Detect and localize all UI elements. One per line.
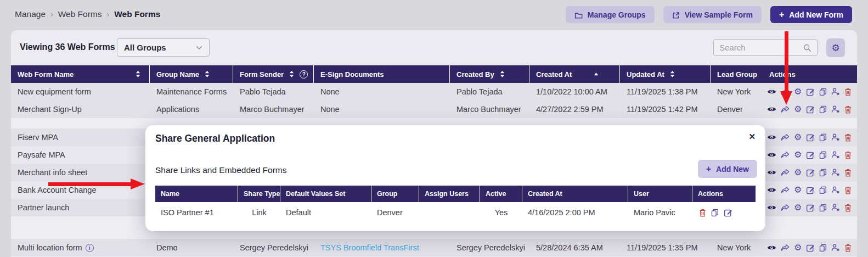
sort-icon[interactable] — [136, 71, 140, 77]
column-label: E-Sign Documents — [320, 70, 384, 79]
copy-icon[interactable] — [711, 209, 719, 217]
edit-icon[interactable] — [806, 204, 815, 212]
view-icon[interactable] — [767, 152, 776, 158]
delete-icon[interactable] — [844, 133, 852, 142]
view-icon[interactable] — [767, 187, 776, 193]
table-row[interactable]: Multi location form i Demo Sergey Perede… — [11, 239, 857, 256]
cell-active: Yes — [480, 208, 522, 217]
settings-gear-icon[interactable]: ⚙ — [794, 133, 802, 142]
delete-icon[interactable] — [844, 169, 852, 177]
view-icon[interactable] — [767, 134, 776, 141]
share-icon[interactable] — [781, 186, 790, 194]
sort-icon[interactable] — [289, 71, 294, 77]
search-input[interactable] — [719, 43, 803, 52]
edit-icon[interactable] — [806, 105, 815, 114]
user-settings-icon[interactable] — [831, 105, 840, 113]
row-actions: ⚙ — [763, 87, 857, 96]
copy-icon[interactable] — [819, 151, 827, 159]
breadcrumb-separator-icon: › — [50, 10, 53, 19]
manage-groups-button[interactable]: Manage Groups — [566, 6, 655, 23]
copy-icon[interactable] — [819, 105, 827, 114]
view-icon[interactable] — [767, 204, 776, 211]
column-header-updated-at[interactable]: Updated At — [620, 65, 711, 83]
share-icon[interactable] — [781, 169, 790, 176]
column-header-created-at[interactable]: Created At — [529, 65, 620, 83]
user-settings-icon[interactable] — [831, 133, 840, 141]
column-header-form-sender[interactable]: Form Sender ? — [233, 65, 314, 83]
table-row[interactable]: Merchant Sign-Up Applications Marco Buch… — [11, 100, 857, 118]
add-new-label: Add New — [716, 165, 749, 174]
add-new-form-button[interactable]: + Add New Form — [770, 6, 852, 23]
help-icon[interactable]: ? — [300, 70, 308, 79]
delete-icon[interactable] — [844, 151, 852, 159]
user-settings-icon[interactable] — [831, 169, 840, 176]
edit-icon[interactable] — [806, 133, 815, 142]
copy-icon[interactable] — [819, 204, 827, 212]
view-sample-form-button[interactable]: View Sample Form — [663, 6, 762, 23]
delete-icon[interactable] — [844, 105, 852, 114]
delete-icon[interactable] — [844, 186, 852, 194]
settings-gear-icon[interactable]: ⚙ — [794, 203, 802, 212]
share-icon[interactable] — [781, 88, 790, 96]
user-settings-icon[interactable] — [831, 244, 840, 252]
delete-icon[interactable] — [699, 209, 706, 217]
column-label: Created By — [456, 70, 494, 79]
view-icon[interactable] — [767, 169, 776, 176]
copy-icon[interactable] — [819, 244, 827, 252]
table-settings-button[interactable]: ⚙ — [826, 38, 845, 57]
share-icon[interactable] — [781, 244, 790, 252]
view-icon[interactable] — [767, 244, 776, 251]
cell-esign-documents-link[interactable]: TSYS Broomfield TransFirst — [314, 243, 450, 252]
share-icon[interactable] — [781, 133, 790, 141]
sort-icon[interactable] — [670, 71, 675, 77]
delete-icon[interactable] — [844, 204, 852, 212]
search-icon[interactable] — [803, 43, 811, 53]
sort-icon[interactable] — [205, 71, 210, 77]
edit-icon[interactable] — [724, 209, 732, 217]
share-table-row[interactable]: ISO Partner #1 Link Default Denver Yes 4… — [155, 202, 756, 223]
breadcrumb-manage[interactable]: Manage — [15, 9, 46, 19]
breadcrumb-web-forms[interactable]: Web Forms — [58, 9, 102, 19]
user-settings-icon[interactable] — [831, 204, 840, 211]
delete-icon[interactable] — [844, 88, 852, 96]
settings-gear-icon[interactable]: ⚙ — [794, 243, 802, 252]
sort-icon[interactable] — [500, 71, 505, 77]
sort-ascending-icon[interactable] — [594, 72, 599, 76]
copy-icon[interactable] — [819, 133, 827, 142]
info-icon[interactable]: i — [86, 244, 94, 252]
edit-icon[interactable] — [806, 169, 815, 177]
table-row[interactable]: New equipment form Maintenance Forms Pab… — [11, 83, 857, 100]
view-icon[interactable] — [767, 88, 776, 95]
settings-gear-icon[interactable]: ⚙ — [794, 87, 802, 96]
row-actions: ⚙ — [763, 186, 857, 194]
column-header-lead-group: Lead Group — [711, 65, 763, 83]
edit-icon[interactable] — [806, 186, 815, 194]
settings-gear-icon[interactable]: ⚙ — [794, 105, 802, 114]
share-icon[interactable] — [781, 151, 790, 159]
delete-icon[interactable] — [844, 244, 852, 252]
column-header-share-type: Share Type — [238, 186, 280, 202]
close-icon[interactable]: ✕ — [748, 132, 756, 142]
edit-icon[interactable] — [806, 244, 815, 252]
cell-group-name: Maintenance Forms — [150, 87, 233, 96]
edit-icon[interactable] — [806, 88, 815, 96]
edit-icon[interactable] — [806, 151, 815, 159]
copy-icon[interactable] — [819, 88, 827, 96]
column-header-group-name[interactable]: Group Name — [150, 65, 233, 83]
user-settings-icon[interactable] — [831, 151, 840, 159]
group-filter-dropdown[interactable]: All Groups — [117, 38, 210, 57]
column-label: Created At — [536, 70, 572, 79]
settings-gear-icon[interactable]: ⚙ — [794, 186, 802, 194]
column-header-created-by[interactable]: Created By — [450, 65, 529, 83]
copy-icon[interactable] — [819, 169, 827, 177]
share-icon[interactable] — [781, 204, 790, 211]
settings-gear-icon[interactable]: ⚙ — [794, 168, 802, 177]
user-settings-icon[interactable] — [831, 88, 840, 96]
settings-gear-icon[interactable]: ⚙ — [794, 150, 802, 159]
view-icon[interactable] — [767, 106, 776, 113]
add-new-button[interactable]: + Add New — [698, 160, 757, 178]
column-header-web-form-name[interactable]: Web Form Name — [11, 65, 150, 83]
copy-icon[interactable] — [819, 186, 827, 194]
share-icon[interactable] — [781, 105, 790, 113]
user-settings-icon[interactable] — [831, 186, 840, 194]
